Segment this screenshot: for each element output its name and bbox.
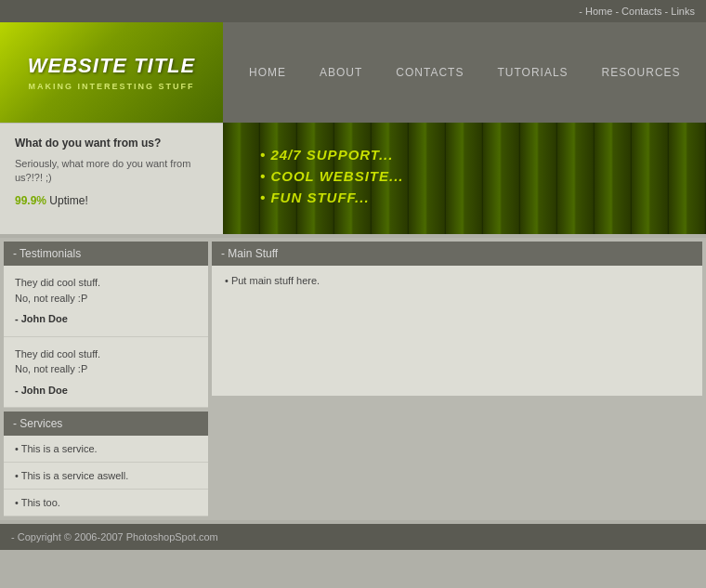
services-header: - Services	[4, 412, 208, 436]
testimonial-2-author: - John Doe	[15, 383, 197, 399]
testimonials-header: - Testimonials	[4, 242, 208, 266]
logo-title: WEBSITE TITLE	[28, 54, 195, 78]
right-col: - Main Stuff • Put main stuff here.	[212, 242, 702, 516]
footer: - Copyright © 2006-2007 PhotoshopSpot.co…	[0, 524, 706, 550]
hero-bullet-3: FUN STUFF...	[260, 189, 404, 205]
nav-tutorials[interactable]: TUTORIALS	[490, 62, 575, 83]
logo-box: WEBSITE TITLE MAKING INTERESTING STUFF	[0, 22, 223, 123]
hero-bullet-1: 24/7 SUPPORT...	[260, 147, 404, 163]
testimonial-1-text: They did cool stuff.No, not really :P	[15, 275, 197, 306]
top-bar-link-home[interactable]: - Home	[579, 6, 612, 17]
service-1: This is a service.	[4, 436, 208, 463]
main-stuff-content: • Put main stuff here.	[212, 266, 702, 396]
nav: HOME ABOUT CONTACTS TUTORIALS RESOURCES	[223, 22, 706, 123]
footer-text: - Copyright © 2006-2007 PhotoshopSpot.co…	[11, 531, 218, 542]
testimonial-1-author: - John Doe	[15, 311, 197, 327]
nav-about[interactable]: ABOUT	[312, 62, 370, 83]
service-3: This too.	[4, 490, 208, 516]
top-bar-link-contacts[interactable]: - Contacts	[615, 6, 661, 17]
hero-uptime: 99.9% Uptime!	[15, 193, 208, 209]
nav-home[interactable]: HOME	[242, 62, 294, 83]
top-bar: - Home - Contacts - Links	[0, 0, 706, 22]
service-2: This is a service aswell.	[4, 463, 208, 490]
testimonials-box: - Testimonials They did cool stuff.No, n…	[4, 242, 208, 408]
content-area: - Testimonials They did cool stuff.No, n…	[0, 238, 706, 520]
hero-bullets: 24/7 SUPPORT... COOL WEBSITE... FUN STUF…	[260, 147, 404, 211]
services-box: - Services This is a service. This is a …	[4, 412, 208, 516]
main-stuff-header: - Main Stuff	[212, 242, 702, 266]
hero-bullet-2: COOL WEBSITE...	[260, 168, 404, 184]
testimonial-1: They did cool stuff.No, not really :P - …	[4, 266, 208, 337]
logo-subtitle: MAKING INTERESTING STUFF	[29, 82, 195, 91]
nav-contacts[interactable]: CONTACTS	[388, 62, 471, 83]
header: WEBSITE TITLE MAKING INTERESTING STUFF H…	[0, 22, 706, 123]
uptime-percent: 99.9%	[15, 194, 46, 207]
testimonial-2: They did cool stuff.No, not really :P - …	[4, 337, 208, 409]
uptime-text: Uptime!	[46, 194, 88, 207]
hero: What do you want from us? Seriously, wha…	[0, 123, 706, 234]
hero-heading: What do you want from us?	[15, 137, 208, 150]
hero-body: Seriously, what more do you want from us…	[15, 157, 208, 186]
top-bar-link-links[interactable]: - Links	[665, 6, 695, 17]
nav-resources[interactable]: RESOURCES	[595, 62, 688, 83]
hero-left: What do you want from us? Seriously, wha…	[0, 123, 223, 234]
left-col: - Testimonials They did cool stuff.No, n…	[4, 242, 208, 516]
main-stuff-box: - Main Stuff • Put main stuff here.	[212, 242, 702, 396]
hero-right: 24/7 SUPPORT... COOL WEBSITE... FUN STUF…	[223, 123, 706, 234]
testimonial-2-text: They did cool stuff.No, not really :P	[15, 346, 197, 377]
